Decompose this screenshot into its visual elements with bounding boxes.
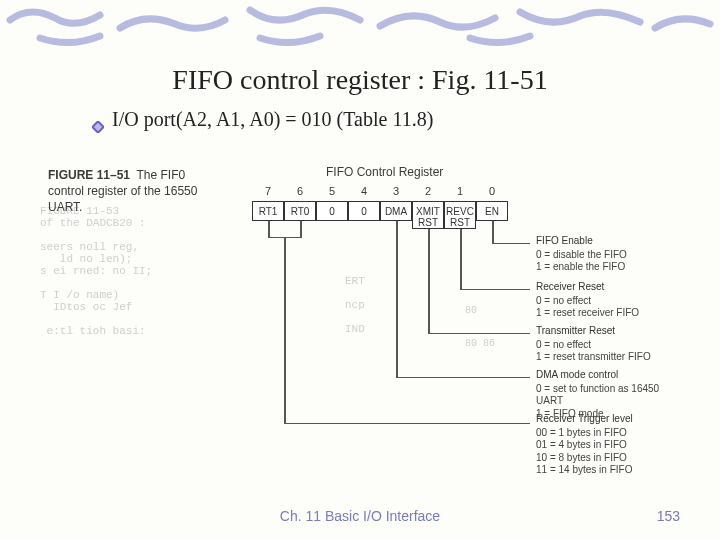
bullet-text: I/O port(A2, A1, A0) = 010 (Table 11.8) [112, 108, 433, 130]
bit-3-box: DMA [380, 201, 412, 221]
figure-number: FIGURE 11–51 [48, 168, 130, 182]
bit-6-box: RT0 [284, 201, 316, 221]
bitnum-4: 4 [361, 185, 367, 197]
ghost-text-right: 80 80 86 [465, 305, 495, 349]
figure-area: FIGURE 11-53 of the DADCB20 : seers noll… [40, 155, 680, 485]
slide-banner [0, 0, 720, 48]
bit-1-box: REVCRST [444, 201, 476, 229]
desc-transmitter-reset: Transmitter Reset 0 = no effect 1 = rese… [536, 325, 651, 364]
desc-trigger-level: Receiver Trigger level 00 = 1 bytes in F… [536, 413, 633, 477]
desc-receiver-reset: Receiver Reset 0 = no effect 1 = reset r… [536, 281, 639, 320]
footer-page: 153 [657, 508, 680, 524]
bullet-icon [92, 115, 104, 127]
bit-7-box: RT1 [252, 201, 284, 221]
bitnum-6: 6 [297, 185, 303, 197]
ghost-text-left: FIGURE 11-53 of the DADCB20 : seers noll… [40, 205, 152, 337]
bitnum-5: 5 [329, 185, 335, 197]
ghost-text-mid: ERT ncp IND [345, 275, 365, 335]
bit-2-box: XMITRST [412, 201, 444, 229]
footer-chapter: Ch. 11 Basic I/O Interface [0, 508, 720, 524]
figure-caption: FIGURE 11–51 The FIF0 control register o… [48, 167, 208, 216]
bitnum-7: 7 [265, 185, 271, 197]
bit-5-box: 0 [316, 201, 348, 221]
bullet-line: I/O port(A2, A1, A0) = 010 (Table 11.8) [92, 108, 720, 131]
bitnum-0: 0 [489, 185, 495, 197]
desc-fifo-enable: FIFO Enable 0 = disable the FIFO 1 = ena… [536, 235, 627, 274]
bitnum-1: 1 [457, 185, 463, 197]
bitnum-2: 2 [425, 185, 431, 197]
bit-4-box: 0 [348, 201, 380, 221]
register-title: FIFO Control Register [326, 165, 443, 179]
slide-title: FIFO control register : Fig. 11-51 [0, 64, 720, 96]
bitnum-3: 3 [393, 185, 399, 197]
bit-0-box: EN [476, 201, 508, 221]
